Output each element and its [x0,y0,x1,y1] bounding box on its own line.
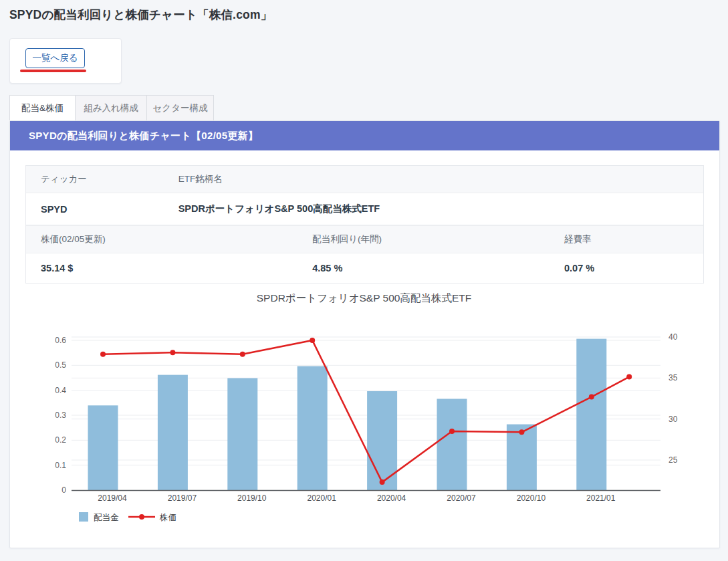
ticker-value: SPYD [26,193,164,225]
left-axis-label: 0.1 [55,461,66,470]
dividend-bar [88,405,118,490]
info-table: ティッカー ETF銘柄名 SPYD SPDRポートフォリオS&P 500高配当株… [25,165,704,284]
left-axis-label: 0.2 [55,435,66,445]
x-axis-label: 2020/07 [447,493,476,503]
table-header-cell: 配当利回り(年間) [297,226,550,253]
left-axis-label: 0.6 [55,336,66,345]
price-point [240,352,245,357]
expense-ratio-value: 0.07 % [550,253,703,284]
x-axis-label: 2020/10 [517,493,546,503]
dividend-price-chart: 00.10.20.30.40.50.6253035402019/042019/0… [11,320,717,540]
table-header-cell: 経費率 [550,226,703,253]
dividend-bar [297,366,328,490]
tab-dividend-price[interactable]: 配当&株価 [9,95,76,120]
left-axis-label: 0.5 [55,360,66,370]
page-title: SPYDの配当利回りと株価チャート「株信.com」 [9,7,272,23]
x-axis-label: 2019/07 [168,493,197,503]
left-axis-label: 0 [62,485,66,495]
back-button[interactable]: 一覧へ戻る [25,48,85,68]
price-point [170,350,175,355]
dividend-bar [158,375,188,490]
x-axis-label: 2021/01 [586,493,616,503]
yield-value: 4.85 % [297,253,550,284]
dividend-bar [576,339,606,490]
right-axis-label: 40 [669,332,678,342]
chart-svg: 00.10.20.30.40.50.6253035402019/042019/0… [11,320,717,540]
right-axis-label: 25 [669,455,678,465]
dividend-bar [437,399,467,490]
price-point [100,352,106,357]
chart-title: SPDRポートフォリオS&P 500高配当株式ETF [0,292,728,306]
tab-holdings[interactable]: 組み入れ構成 [76,95,147,120]
price-point [449,429,455,434]
price-point [626,374,632,380]
tab-sectors[interactable]: セクター構成 [147,95,214,120]
tab-bar: 配当&株価 組み入れ構成 セクター構成 [9,95,214,120]
price-table: 株価(02/05更新) 配当利回り(年間) 経費率 35.14 $ 4.85 %… [26,225,703,283]
x-axis-label: 2020/04 [377,493,406,503]
ticker-table: ティッカー ETF銘柄名 SPYD SPDRポートフォリオS&P 500高配当株… [26,166,703,225]
right-axis-label: 30 [669,415,678,424]
price-point [380,479,385,485]
etf-name-value: SPDRポートフォリオS&P 500高配当株式ETF [164,193,703,225]
table-header-cell: ティッカー [26,166,164,193]
panel-header: SPYDの配当利回りと株価チャート【02/05更新】 [10,121,719,150]
left-axis-label: 0.4 [55,386,66,395]
price-point [310,338,315,343]
dividend-bar [227,378,257,490]
legend-dividend-label: 配当金 [94,513,119,522]
x-axis-label: 2020/01 [308,493,337,503]
x-axis-label: 2019/04 [98,493,127,503]
back-button-card: 一覧へ戻る [9,38,122,84]
page: SPYDの配当利回りと株価チャート「株信.com」 一覧へ戻る 配当&株価 組み… [0,0,728,561]
left-axis-label: 0.3 [55,411,66,420]
price-point [519,429,524,435]
x-axis-label: 2019/10 [237,493,267,503]
red-underline [20,70,86,72]
legend-price-marker [139,514,144,520]
price-value: 35.14 $ [26,253,297,284]
legend-dividend-swatch [79,512,88,522]
right-axis-label: 35 [669,373,678,382]
legend-price-label: 株価 [159,513,176,522]
price-point [589,395,594,400]
table-header-cell: 株価(02/05更新) [26,226,297,253]
table-header-cell: ETF銘柄名 [164,166,703,193]
